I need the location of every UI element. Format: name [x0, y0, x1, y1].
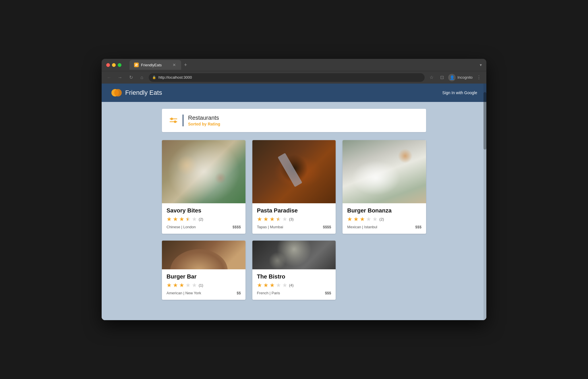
- restaurant-name: Burger Bar: [167, 273, 241, 280]
- star-filled: ★: [167, 216, 172, 223]
- restaurants-grid: Savory Bites ★★★★★ (2) Chinese | London …: [162, 140, 426, 300]
- filter-icon-container: [169, 116, 178, 125]
- active-tab[interactable]: FriendlyEats ✕: [129, 60, 181, 70]
- tab-close-button[interactable]: ✕: [172, 63, 177, 67]
- star-filled: ★: [347, 216, 352, 223]
- reload-button[interactable]: ↻: [127, 74, 135, 82]
- star-filled: ★: [167, 282, 172, 289]
- address-bar[interactable]: 🔒: [149, 73, 425, 82]
- restaurant-cuisine-city: American | New York: [167, 291, 201, 295]
- stars-row: ★★★★★ (3): [257, 216, 331, 223]
- incognito-button[interactable]: 👤 Incognito: [448, 74, 473, 81]
- star-filled: ★: [179, 282, 184, 289]
- star-filled: ★: [263, 282, 268, 289]
- restaurant-info: Burger Bar ★★★★★ (1) American | New York…: [162, 269, 245, 300]
- url-input[interactable]: [158, 75, 421, 80]
- scrollbar[interactable]: [483, 84, 486, 320]
- app-logo: Friendly Eats: [111, 87, 162, 98]
- restaurant-card[interactable]: Savory Bites ★★★★★ (2) Chinese | London …: [162, 140, 245, 234]
- restaurant-price: $$$$: [323, 225, 331, 229]
- browser-navbar: ← → ↻ ⌂ 🔒 ☆ ⊡ 👤 Incognito ⋮: [102, 71, 486, 84]
- browser-titlebar: FriendlyEats ✕ + ▾: [102, 59, 486, 71]
- star-filled: ★: [263, 216, 268, 223]
- restaurant-image: [343, 140, 426, 203]
- restaurant-meta: Tapas | Mumbai $$$$: [257, 225, 331, 229]
- restaurant-name: Savory Bites: [167, 207, 241, 214]
- restaurant-info: Burger Bonanza ★★★★★ (2) Mexican | Istan…: [343, 203, 426, 234]
- restaurant-price: $$$: [415, 225, 421, 229]
- svg-point-2: [136, 65, 137, 66]
- restaurant-cuisine-city: Tapas | Mumbai: [257, 225, 283, 229]
- restaurant-info: Savory Bites ★★★★★ (2) Chinese | London …: [162, 203, 245, 234]
- svg-point-0: [135, 64, 138, 66]
- close-button[interactable]: [106, 63, 110, 67]
- restaurant-price: $$$$: [233, 225, 241, 229]
- star-filled: ★: [270, 282, 275, 289]
- restaurants-header-text: Restaurants Sorted by Rating: [183, 115, 220, 126]
- bookmark-button[interactable]: ☆: [428, 74, 436, 82]
- star-filled: ★: [173, 282, 178, 289]
- review-count: (2): [199, 217, 203, 221]
- main-content: Restaurants Sorted by Rating Savory Bite…: [102, 102, 486, 320]
- app-container: Friendly Eats Sign In with Google: [102, 84, 486, 320]
- review-count: (4): [289, 283, 294, 287]
- restaurant-image: [252, 140, 336, 203]
- tab-menu-button[interactable]: ▾: [480, 63, 482, 67]
- home-button[interactable]: ⌂: [138, 74, 146, 82]
- restaurant-card[interactable]: The Bistro ★★★★★ (4) French | Paris $$$: [252, 241, 336, 300]
- sidebar-button[interactable]: ⊡: [438, 74, 446, 82]
- star-filled: ★: [360, 216, 365, 223]
- restaurant-name: The Bistro: [257, 273, 331, 280]
- star-half: ★: [185, 216, 191, 223]
- svg-point-1: [136, 64, 136, 65]
- minimize-button[interactable]: [112, 63, 116, 67]
- star-filled: ★: [179, 216, 184, 223]
- star-filled: ★: [270, 216, 275, 223]
- review-count: (3): [289, 217, 294, 221]
- maximize-button[interactable]: [118, 63, 121, 67]
- star-filled: ★: [257, 216, 262, 223]
- incognito-avatar: 👤: [448, 74, 456, 81]
- stars-row: ★★★★★ (1): [167, 282, 241, 289]
- star-filled: ★: [353, 216, 359, 223]
- restaurant-image: [252, 241, 336, 269]
- more-options-button[interactable]: ⋮: [475, 74, 483, 82]
- star-empty: ★: [282, 216, 287, 223]
- star-empty: ★: [192, 282, 197, 289]
- back-button[interactable]: ←: [105, 74, 113, 82]
- logo-icon: [111, 87, 122, 98]
- star-half: ★: [276, 216, 281, 223]
- content-wrapper: Restaurants Sorted by Rating Savory Bite…: [162, 109, 426, 300]
- restaurant-name: Burger Bonanza: [347, 207, 421, 214]
- stars-row: ★★★★★ (2): [167, 216, 241, 223]
- restaurants-header: Restaurants Sorted by Rating: [162, 109, 426, 132]
- restaurant-image: [162, 140, 245, 203]
- restaurant-meta: American | New York $$: [167, 291, 241, 295]
- review-count: (2): [379, 217, 384, 221]
- restaurant-info: The Bistro ★★★★★ (4) French | Paris $$$: [252, 269, 336, 300]
- stars-row: ★★★★★ (2): [347, 216, 421, 223]
- restaurant-card[interactable]: Pasta Paradise ★★★★★ (3) Tapas | Mumbai …: [252, 140, 336, 234]
- star-empty: ★: [276, 282, 281, 289]
- star-filled: ★: [257, 282, 262, 289]
- restaurant-price: $$$: [325, 291, 331, 295]
- restaurant-cuisine-city: Mexican | Istanbul: [347, 225, 377, 229]
- lock-icon: 🔒: [152, 76, 156, 79]
- traffic-lights: [106, 63, 121, 67]
- restaurants-sort-label: Sorted by Rating: [188, 122, 220, 126]
- restaurant-card[interactable]: Burger Bonanza ★★★★★ (2) Mexican | Istan…: [343, 140, 426, 234]
- restaurant-info: Pasta Paradise ★★★★★ (3) Tapas | Mumbai …: [252, 203, 336, 234]
- forward-button[interactable]: →: [116, 74, 124, 82]
- restaurant-meta: Chinese | London $$$$: [167, 225, 241, 229]
- restaurant-card[interactable]: Burger Bar ★★★★★ (1) American | New York…: [162, 241, 245, 300]
- new-tab-button[interactable]: +: [182, 62, 189, 68]
- star-empty: ★: [372, 216, 378, 223]
- restaurant-cuisine-city: French | Paris: [257, 291, 280, 295]
- restaurant-name: Pasta Paradise: [257, 207, 331, 214]
- scrollbar-thumb[interactable]: [483, 92, 486, 150]
- browser-window: FriendlyEats ✕ + ▾ ← → ↻ ⌂ 🔒 ☆ ⊡ 👤: [102, 59, 486, 320]
- nav-right-buttons: ☆ ⊡ 👤 Incognito ⋮: [428, 74, 483, 82]
- app-header: Friendly Eats Sign In with Google: [102, 84, 486, 102]
- sign-in-button[interactable]: Sign In with Google: [442, 90, 477, 95]
- filter-icon: [169, 116, 178, 125]
